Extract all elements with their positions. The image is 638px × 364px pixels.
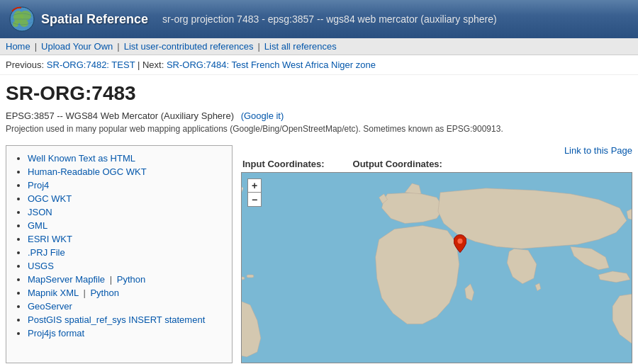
list-item: .PRJ File bbox=[28, 247, 223, 258]
logo-globe-icon bbox=[9, 6, 35, 33]
page-title-section: SR-ORG:7483 EPSG:3857 -- WGS84 Web Merca… bbox=[0, 75, 638, 142]
separator: | bbox=[83, 288, 85, 298]
format-link-hr-ogc-wkt[interactable]: Human-Readable OGC WKT bbox=[28, 166, 147, 177]
nav-sep-2: | bbox=[117, 41, 119, 52]
epsg-text: EPSG:3857 -- WGS84 Web Mercator (Auxilia… bbox=[6, 110, 234, 121]
breadcrumb: Previous: SR-ORG:7482: TEST | Next: SR-O… bbox=[0, 55, 638, 75]
breadcrumb-prev-link[interactable]: SR-ORG:7482: TEST bbox=[47, 59, 135, 70]
list-item: Human-Readable OGC WKT bbox=[28, 166, 223, 177]
nav-home[interactable]: Home bbox=[6, 41, 30, 52]
list-item: Mapnik XML | Python bbox=[28, 288, 223, 298]
breadcrumb-sep: | Next: bbox=[138, 59, 167, 70]
format-link-geoserver[interactable]: GeoServer bbox=[28, 301, 72, 312]
site-name: Spatial Reference bbox=[41, 12, 148, 27]
coords-header: Input Coordinates: Output Coordinates: bbox=[241, 159, 632, 169]
breadcrumb-prefix: Previous: bbox=[6, 59, 44, 70]
format-link-wkt-html[interactable]: Well Known Text as HTML bbox=[28, 153, 135, 164]
list-item: USGS bbox=[28, 261, 223, 271]
zoom-in-button[interactable]: + bbox=[247, 178, 262, 193]
svg-rect-10 bbox=[242, 277, 245, 280]
format-link-ogc-wkt[interactable]: OGC WKT bbox=[28, 193, 72, 204]
output-coords-label: Output Coordinates: bbox=[353, 159, 442, 169]
format-link-json[interactable]: JSON bbox=[28, 207, 52, 217]
list-item: MapServer Mapfile | Python bbox=[28, 274, 223, 285]
format-link-proj4[interactable]: Proj4 bbox=[28, 180, 49, 190]
format-link-mapserver-python[interactable]: Python bbox=[117, 274, 145, 285]
world-map-svg bbox=[242, 173, 632, 363]
link-this-page-link[interactable]: Link to this Page bbox=[564, 145, 632, 156]
format-link-usgs[interactable]: USGS bbox=[28, 261, 54, 271]
list-item: Proj4 bbox=[28, 180, 223, 190]
nav-user-contributed[interactable]: List user-contributed references bbox=[124, 41, 254, 52]
list-item: GeoServer bbox=[28, 301, 223, 312]
format-link-esri-wkt[interactable]: ESRI WKT bbox=[28, 234, 72, 244]
format-link-postgis[interactable]: PostGIS spatial_ref_sys INSERT statement bbox=[28, 314, 205, 325]
page-title: SR-ORG:7483 bbox=[6, 82, 632, 105]
map-marker-icon bbox=[454, 234, 466, 253]
list-item: Well Known Text as HTML bbox=[28, 153, 223, 164]
list-item: Proj4js format bbox=[28, 328, 223, 339]
format-link-proj4js[interactable]: Proj4js format bbox=[28, 328, 84, 339]
left-panel: Well Known Text as HTML Human-Readable O… bbox=[6, 145, 233, 363]
map-container[interactable]: + − bbox=[241, 172, 632, 363]
svg-rect-11 bbox=[247, 275, 254, 278]
zoom-out-button[interactable]: − bbox=[247, 193, 262, 207]
description: Projection used in many popular web mapp… bbox=[6, 124, 632, 134]
format-link-mapnik[interactable]: Mapnik XML bbox=[28, 288, 79, 298]
svg-point-12 bbox=[457, 238, 462, 243]
header-title: sr-org projection 7483 - epsg:3857 -- wg… bbox=[162, 13, 497, 25]
right-panel: Link to this Page Input Coordinates: Out… bbox=[241, 145, 632, 363]
header: Spatial Reference sr-org projection 7483… bbox=[0, 0, 638, 38]
zoom-controls: + − bbox=[247, 178, 262, 207]
list-item: GML bbox=[28, 220, 223, 231]
navbar: Home | Upload Your Own | List user-contr… bbox=[0, 38, 638, 55]
format-list: Well Known Text as HTML Human-Readable O… bbox=[15, 153, 223, 339]
nav-upload[interactable]: Upload Your Own bbox=[41, 41, 113, 52]
nav-sep-3: | bbox=[257, 41, 259, 52]
epsg-line: EPSG:3857 -- WGS84 Web Mercator (Auxilia… bbox=[6, 110, 632, 121]
google-it-link[interactable]: (Google it) bbox=[241, 110, 284, 121]
input-coords-label: Input Coordinates: bbox=[242, 159, 325, 169]
main-content: Well Known Text as HTML Human-Readable O… bbox=[0, 142, 638, 364]
format-link-prj[interactable]: .PRJ File bbox=[28, 247, 65, 258]
nav-sep-1: | bbox=[35, 41, 37, 52]
svg-point-4 bbox=[20, 20, 28, 27]
logo: Spatial Reference bbox=[9, 6, 148, 33]
format-link-gml[interactable]: GML bbox=[28, 220, 47, 231]
separator: | bbox=[110, 274, 112, 285]
list-item: ESRI WKT bbox=[28, 234, 223, 244]
link-this-page-container: Link to this Page bbox=[241, 145, 632, 156]
list-item: JSON bbox=[28, 207, 223, 217]
breadcrumb-next-link[interactable]: SR-ORG:7484: Test French West Africa Nig… bbox=[167, 59, 376, 70]
nav-list-all[interactable]: List all references bbox=[264, 41, 337, 52]
format-link-mapnik-python[interactable]: Python bbox=[90, 288, 118, 298]
list-item: PostGIS spatial_ref_sys INSERT statement bbox=[28, 314, 223, 325]
format-link-mapserver[interactable]: MapServer Mapfile bbox=[28, 274, 105, 285]
list-item: OGC WKT bbox=[28, 193, 223, 204]
